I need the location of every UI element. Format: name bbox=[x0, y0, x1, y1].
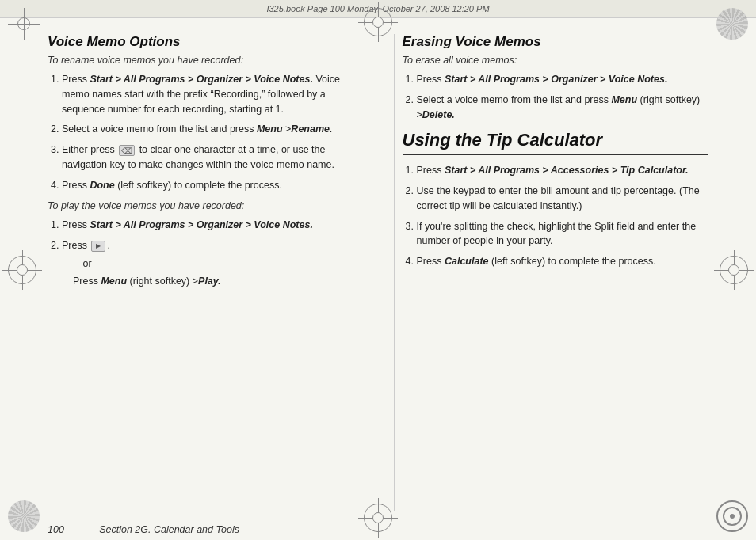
play-subtitle: To play the voice memos you have recorde… bbox=[48, 200, 354, 211]
tip-step-1: Press Start > All Programs > Accessories… bbox=[417, 163, 709, 178]
tip-step-2: Use the keypad to enter the bill amount … bbox=[417, 184, 709, 214]
corner-bl bbox=[3, 496, 44, 537]
play-step-2-menu-bold: Menu bbox=[101, 276, 127, 287]
footer-section: Section 2G. Calendar and Tools bbox=[99, 524, 239, 535]
play-step-2: Press . – or – Press Menu (right softkey… bbox=[62, 238, 354, 288]
play-steps-list: Press Start > All Programs > Organizer >… bbox=[48, 218, 354, 288]
top-center-marker bbox=[364, 8, 392, 36]
bottom-center-marker bbox=[364, 504, 392, 532]
tip-step-1-bold: Start > All Programs > Accessories > Tip… bbox=[445, 165, 689, 176]
tip-calculator-section: Using the Tip Calculator Press Start > A… bbox=[403, 130, 709, 269]
play-step-1-bold: Start > All Programs > Organizer > Voice… bbox=[90, 219, 312, 230]
tip-step-3: If you're splitting the check, highlight… bbox=[417, 219, 709, 249]
right-column: Erasing Voice Memos To erase all voice m… bbox=[394, 34, 709, 511]
rename-step-3: Either press to clear one character at a… bbox=[62, 143, 354, 173]
tip-step-4-calculate: Calculate bbox=[445, 256, 489, 267]
erasing-voice-memos-section: Erasing Voice Memos To erase all voice m… bbox=[403, 34, 709, 122]
tip-calculator-title: Using the Tip Calculator bbox=[403, 130, 709, 155]
page: I325.book Page 100 Monday, October 27, 2… bbox=[0, 0, 756, 540]
corner-br bbox=[712, 496, 753, 537]
corner-tl bbox=[3, 3, 44, 44]
play-step-2-or: – or – bbox=[73, 257, 354, 272]
rename-step-4-done: Done bbox=[90, 180, 114, 191]
erase-step-2-delete: Delete. bbox=[422, 109, 455, 120]
play-step-2-play-bold: Play. bbox=[198, 276, 221, 287]
left-column: Voice Memo Options To rename voice memos… bbox=[48, 34, 370, 511]
rename-step-2-rename: Rename. bbox=[291, 124, 332, 135]
rename-step-2-menu: Menu bbox=[257, 124, 283, 135]
erasing-title: Erasing Voice Memos bbox=[403, 34, 709, 50]
backspace-key-icon bbox=[119, 145, 135, 156]
tip-steps-list: Press Start > All Programs > Accessories… bbox=[403, 163, 709, 269]
voice-memo-options-title: Voice Memo Options bbox=[48, 34, 354, 50]
erase-step-2: Select a voice memo from the list and pr… bbox=[417, 93, 709, 123]
tip-step-4: Press Calculate (left softkey) to comple… bbox=[417, 254, 709, 269]
rename-step-4: Press Done (left softkey) to complete th… bbox=[62, 178, 354, 193]
corner-tr bbox=[712, 3, 753, 44]
erase-step-1-bold: Start > All Programs > Organizer > Voice… bbox=[445, 74, 667, 85]
play-key-icon bbox=[91, 241, 105, 252]
footer-page-number: 100 bbox=[48, 524, 64, 535]
erase-steps-list: Press Start > All Programs > Organizer >… bbox=[403, 72, 709, 122]
erase-step-1: Press Start > All Programs > Organizer >… bbox=[417, 72, 709, 87]
play-step-2-menu: Press Menu (right softkey) >Play. bbox=[73, 274, 354, 289]
rename-step-1: Press Start > All Programs > Organizer >… bbox=[62, 72, 354, 116]
rename-step-2: Select a voice memo from the list and pr… bbox=[62, 122, 354, 137]
erase-step-2-menu: Menu bbox=[611, 94, 637, 105]
play-step-1: Press Start > All Programs > Organizer >… bbox=[62, 218, 354, 233]
voice-memo-options-section: Voice Memo Options To rename voice memos… bbox=[48, 34, 354, 288]
content-area: Voice Memo Options To rename voice memos… bbox=[0, 18, 756, 519]
play-step-2-or-list: – or – Press Menu (right softkey) >Play. bbox=[62, 257, 354, 289]
left-mid-marker bbox=[8, 256, 36, 284]
erase-subtitle: To erase all voice memos: bbox=[403, 55, 709, 66]
rename-step-1-bold: Start > All Programs > Organizer > Voice… bbox=[90, 74, 312, 85]
rename-steps-list: Press Start > All Programs > Organizer >… bbox=[48, 72, 354, 192]
footer-spacer bbox=[72, 524, 91, 535]
rename-subtitle: To rename voice memos you have recorded: bbox=[48, 55, 354, 66]
right-mid-marker bbox=[720, 256, 748, 284]
